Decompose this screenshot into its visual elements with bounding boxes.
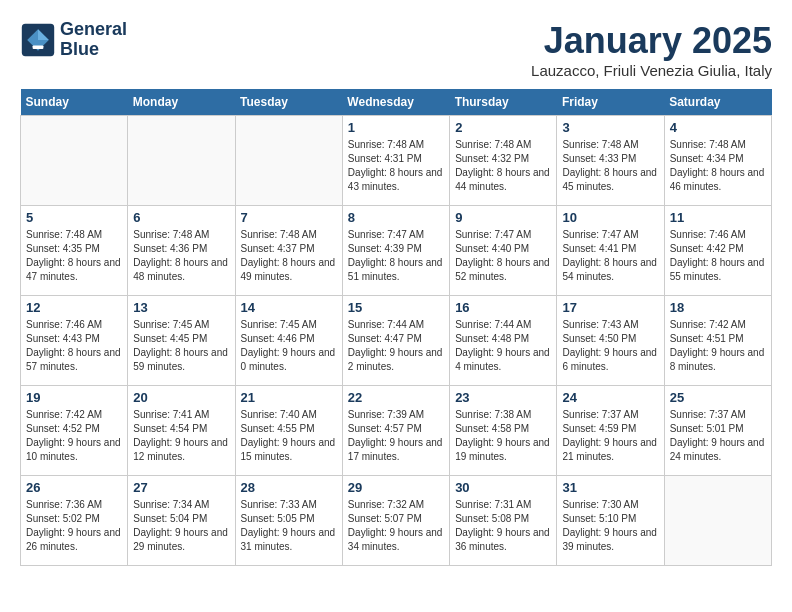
day-number: 8	[348, 210, 444, 225]
location-title: Lauzacco, Friuli Venezia Giulia, Italy	[531, 62, 772, 79]
logo-text: General Blue	[60, 20, 127, 60]
calendar-cell: 6Sunrise: 7:48 AM Sunset: 4:36 PM Daylig…	[128, 206, 235, 296]
day-info: Sunrise: 7:31 AM Sunset: 5:08 PM Dayligh…	[455, 498, 551, 554]
day-info: Sunrise: 7:48 AM Sunset: 4:33 PM Dayligh…	[562, 138, 658, 194]
calendar-cell: 24Sunrise: 7:37 AM Sunset: 4:59 PM Dayli…	[557, 386, 664, 476]
calendar-cell: 14Sunrise: 7:45 AM Sunset: 4:46 PM Dayli…	[235, 296, 342, 386]
day-number: 12	[26, 300, 122, 315]
day-number: 19	[26, 390, 122, 405]
day-info: Sunrise: 7:32 AM Sunset: 5:07 PM Dayligh…	[348, 498, 444, 554]
day-number: 13	[133, 300, 229, 315]
day-number: 4	[670, 120, 766, 135]
day-info: Sunrise: 7:48 AM Sunset: 4:35 PM Dayligh…	[26, 228, 122, 284]
day-info: Sunrise: 7:46 AM Sunset: 4:43 PM Dayligh…	[26, 318, 122, 374]
day-info: Sunrise: 7:41 AM Sunset: 4:54 PM Dayligh…	[133, 408, 229, 464]
col-friday: Friday	[557, 89, 664, 116]
day-number: 25	[670, 390, 766, 405]
calendar-cell: 28Sunrise: 7:33 AM Sunset: 5:05 PM Dayli…	[235, 476, 342, 566]
day-info: Sunrise: 7:43 AM Sunset: 4:50 PM Dayligh…	[562, 318, 658, 374]
day-number: 14	[241, 300, 337, 315]
day-number: 10	[562, 210, 658, 225]
day-info: Sunrise: 7:38 AM Sunset: 4:58 PM Dayligh…	[455, 408, 551, 464]
day-number: 30	[455, 480, 551, 495]
calendar-cell: 19Sunrise: 7:42 AM Sunset: 4:52 PM Dayli…	[21, 386, 128, 476]
calendar-cell: 21Sunrise: 7:40 AM Sunset: 4:55 PM Dayli…	[235, 386, 342, 476]
day-info: Sunrise: 7:48 AM Sunset: 4:37 PM Dayligh…	[241, 228, 337, 284]
calendar-week-row: 5Sunrise: 7:48 AM Sunset: 4:35 PM Daylig…	[21, 206, 772, 296]
day-number: 23	[455, 390, 551, 405]
day-number: 22	[348, 390, 444, 405]
calendar-cell: 4Sunrise: 7:48 AM Sunset: 4:34 PM Daylig…	[664, 116, 771, 206]
col-thursday: Thursday	[450, 89, 557, 116]
calendar-cell: 29Sunrise: 7:32 AM Sunset: 5:07 PM Dayli…	[342, 476, 449, 566]
col-tuesday: Tuesday	[235, 89, 342, 116]
day-number: 15	[348, 300, 444, 315]
calendar-week-row: 12Sunrise: 7:46 AM Sunset: 4:43 PM Dayli…	[21, 296, 772, 386]
day-number: 5	[26, 210, 122, 225]
day-info: Sunrise: 7:42 AM Sunset: 4:51 PM Dayligh…	[670, 318, 766, 374]
col-wednesday: Wednesday	[342, 89, 449, 116]
day-info: Sunrise: 7:48 AM Sunset: 4:31 PM Dayligh…	[348, 138, 444, 194]
day-info: Sunrise: 7:44 AM Sunset: 4:48 PM Dayligh…	[455, 318, 551, 374]
page-header: General Blue January 2025 Lauzacco, Friu…	[20, 20, 772, 79]
day-number: 18	[670, 300, 766, 315]
logo-icon	[20, 22, 56, 58]
calendar-cell: 27Sunrise: 7:34 AM Sunset: 5:04 PM Dayli…	[128, 476, 235, 566]
calendar-cell: 2Sunrise: 7:48 AM Sunset: 4:32 PM Daylig…	[450, 116, 557, 206]
calendar-cell: 22Sunrise: 7:39 AM Sunset: 4:57 PM Dayli…	[342, 386, 449, 476]
calendar-cell	[128, 116, 235, 206]
day-info: Sunrise: 7:39 AM Sunset: 4:57 PM Dayligh…	[348, 408, 444, 464]
calendar-cell: 12Sunrise: 7:46 AM Sunset: 4:43 PM Dayli…	[21, 296, 128, 386]
calendar-table: Sunday Monday Tuesday Wednesday Thursday…	[20, 89, 772, 566]
day-info: Sunrise: 7:37 AM Sunset: 5:01 PM Dayligh…	[670, 408, 766, 464]
day-info: Sunrise: 7:42 AM Sunset: 4:52 PM Dayligh…	[26, 408, 122, 464]
day-info: Sunrise: 7:47 AM Sunset: 4:40 PM Dayligh…	[455, 228, 551, 284]
day-number: 20	[133, 390, 229, 405]
calendar-cell: 10Sunrise: 7:47 AM Sunset: 4:41 PM Dayli…	[557, 206, 664, 296]
calendar-cell: 5Sunrise: 7:48 AM Sunset: 4:35 PM Daylig…	[21, 206, 128, 296]
day-number: 16	[455, 300, 551, 315]
day-number: 24	[562, 390, 658, 405]
day-info: Sunrise: 7:34 AM Sunset: 5:04 PM Dayligh…	[133, 498, 229, 554]
day-number: 7	[241, 210, 337, 225]
calendar-week-row: 1Sunrise: 7:48 AM Sunset: 4:31 PM Daylig…	[21, 116, 772, 206]
day-info: Sunrise: 7:40 AM Sunset: 4:55 PM Dayligh…	[241, 408, 337, 464]
calendar-cell: 25Sunrise: 7:37 AM Sunset: 5:01 PM Dayli…	[664, 386, 771, 476]
day-number: 3	[562, 120, 658, 135]
day-number: 17	[562, 300, 658, 315]
calendar-cell: 3Sunrise: 7:48 AM Sunset: 4:33 PM Daylig…	[557, 116, 664, 206]
calendar-cell	[21, 116, 128, 206]
col-saturday: Saturday	[664, 89, 771, 116]
day-number: 1	[348, 120, 444, 135]
day-number: 9	[455, 210, 551, 225]
calendar-header: Sunday Monday Tuesday Wednesday Thursday…	[21, 89, 772, 116]
day-info: Sunrise: 7:36 AM Sunset: 5:02 PM Dayligh…	[26, 498, 122, 554]
day-info: Sunrise: 7:33 AM Sunset: 5:05 PM Dayligh…	[241, 498, 337, 554]
day-number: 26	[26, 480, 122, 495]
day-info: Sunrise: 7:48 AM Sunset: 4:36 PM Dayligh…	[133, 228, 229, 284]
calendar-cell: 20Sunrise: 7:41 AM Sunset: 4:54 PM Dayli…	[128, 386, 235, 476]
calendar-week-row: 26Sunrise: 7:36 AM Sunset: 5:02 PM Dayli…	[21, 476, 772, 566]
calendar-cell: 1Sunrise: 7:48 AM Sunset: 4:31 PM Daylig…	[342, 116, 449, 206]
calendar-cell: 18Sunrise: 7:42 AM Sunset: 4:51 PM Dayli…	[664, 296, 771, 386]
calendar-body: 1Sunrise: 7:48 AM Sunset: 4:31 PM Daylig…	[21, 116, 772, 566]
day-info: Sunrise: 7:47 AM Sunset: 4:39 PM Dayligh…	[348, 228, 444, 284]
header-row: Sunday Monday Tuesday Wednesday Thursday…	[21, 89, 772, 116]
logo: General Blue	[20, 20, 127, 60]
svg-rect-3	[33, 45, 44, 49]
day-info: Sunrise: 7:37 AM Sunset: 4:59 PM Dayligh…	[562, 408, 658, 464]
calendar-cell: 15Sunrise: 7:44 AM Sunset: 4:47 PM Dayli…	[342, 296, 449, 386]
day-info: Sunrise: 7:47 AM Sunset: 4:41 PM Dayligh…	[562, 228, 658, 284]
day-info: Sunrise: 7:46 AM Sunset: 4:42 PM Dayligh…	[670, 228, 766, 284]
calendar-week-row: 19Sunrise: 7:42 AM Sunset: 4:52 PM Dayli…	[21, 386, 772, 476]
day-number: 28	[241, 480, 337, 495]
day-info: Sunrise: 7:48 AM Sunset: 4:34 PM Dayligh…	[670, 138, 766, 194]
calendar-cell: 26Sunrise: 7:36 AM Sunset: 5:02 PM Dayli…	[21, 476, 128, 566]
calendar-cell: 30Sunrise: 7:31 AM Sunset: 5:08 PM Dayli…	[450, 476, 557, 566]
day-number: 27	[133, 480, 229, 495]
day-number: 2	[455, 120, 551, 135]
calendar-cell	[235, 116, 342, 206]
calendar-cell: 11Sunrise: 7:46 AM Sunset: 4:42 PM Dayli…	[664, 206, 771, 296]
day-number: 29	[348, 480, 444, 495]
col-sunday: Sunday	[21, 89, 128, 116]
